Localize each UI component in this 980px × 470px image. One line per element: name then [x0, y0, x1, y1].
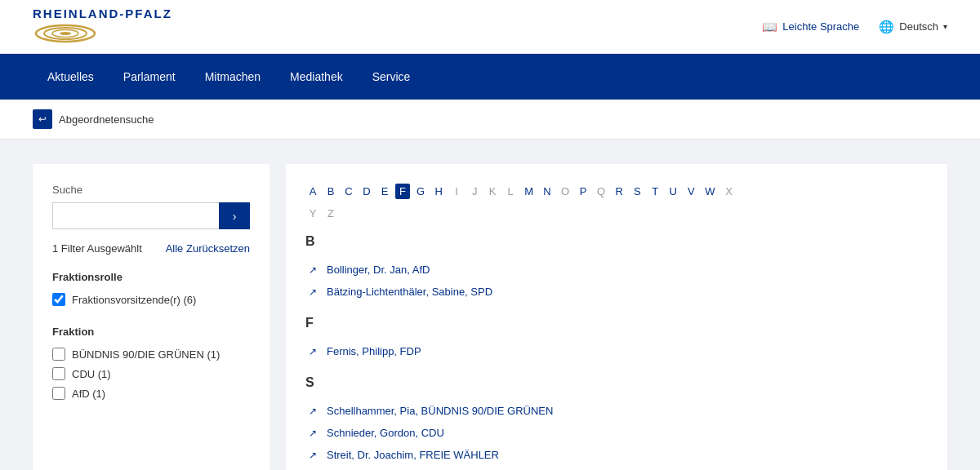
alpha-z[interactable]: Z: [323, 206, 338, 221]
expand-icon[interactable]: ↗: [305, 286, 320, 298]
language-selector[interactable]: 🌐 Deutsch ▾: [879, 20, 947, 34]
result-name[interactable]: Schnieder, Gordon, CDU: [327, 427, 444, 439]
result-name[interactable]: Streit, Dr. Joachim, FREIE WÄHLER: [327, 449, 499, 461]
arrow-right-icon: ›: [233, 210, 237, 223]
breadcrumb-label: Abgeordnetensuche: [59, 113, 154, 126]
alpha-d[interactable]: D: [359, 184, 374, 199]
alpha-g[interactable]: G: [413, 184, 428, 199]
search-row: ›: [52, 202, 250, 229]
alpha-f[interactable]: F: [395, 184, 410, 199]
results-container: B↗Bollinger, Dr. Jan, AfD↗Bätzing-Lichte…: [305, 234, 928, 466]
fraktion-gruene-item: BÜNDNIS 90/DIE GRÜNEN (1): [52, 348, 250, 361]
filter-row: 1 Filter Ausgewählt Alle Zurücksetzen: [52, 242, 250, 255]
leichte-sprache-link[interactable]: 📖 Leichte Sprache: [762, 20, 859, 34]
breadcrumb: ↩ Abgeordnetensuche: [0, 100, 980, 140]
globe-icon: 🌐: [879, 20, 894, 34]
alpha-p[interactable]: P: [576, 184, 590, 199]
fraktion-section: Fraktion BÜNDNIS 90/DIE GRÜNEN (1) CDU (…: [52, 326, 250, 400]
fraktion-gruene-checkbox[interactable]: [52, 348, 65, 361]
alpha-q[interactable]: Q: [594, 184, 608, 199]
nav-parlament[interactable]: Parlament: [109, 54, 190, 100]
alpha-i[interactable]: I: [449, 184, 464, 199]
alpha-r[interactable]: R: [612, 184, 626, 199]
search-label: Suche: [52, 184, 250, 196]
alpha-o[interactable]: O: [558, 184, 572, 199]
alpha-l[interactable]: L: [503, 184, 518, 199]
nav-service[interactable]: Service: [358, 54, 425, 100]
result-letter-s: S: [305, 375, 928, 390]
search-input[interactable]: [52, 202, 219, 229]
alpha-h[interactable]: H: [431, 184, 446, 199]
logo-text: RHEINLAND-PFALZ: [33, 7, 172, 20]
alpha-t[interactable]: T: [648, 184, 662, 199]
alpha-s[interactable]: S: [630, 184, 644, 199]
fraktion-title: Fraktion: [52, 326, 250, 338]
fraktion-afd-checkbox[interactable]: [52, 387, 65, 400]
alpha-j[interactable]: J: [467, 184, 482, 199]
result-name[interactable]: Bollinger, Dr. Jan, AfD: [327, 264, 430, 276]
expand-icon[interactable]: ↗: [305, 428, 320, 439]
result-letter-f: F: [305, 316, 928, 330]
svg-point-3: [60, 32, 71, 35]
list-item: ↗Fernis, Philipp, FDP: [305, 340, 928, 362]
alpha-n[interactable]: N: [540, 184, 555, 199]
alpha-b[interactable]: B: [323, 184, 338, 199]
result-letter-b: B: [305, 234, 928, 249]
fraktion-afd-label[interactable]: AfD (1): [72, 388, 105, 400]
alpha-c[interactable]: C: [341, 184, 356, 199]
alpha-a[interactable]: A: [305, 184, 320, 199]
nav-bar: Aktuelles Parlament Mitmachen Mediathek …: [0, 54, 980, 100]
header-right: 📖 Leichte Sprache 🌐 Deutsch ▾: [762, 20, 947, 34]
expand-icon[interactable]: ↗: [305, 346, 320, 357]
expand-icon[interactable]: ↗: [305, 406, 320, 417]
fraktionsvorsitzende-label[interactable]: Fraktionsvorsitzende(r) (6): [72, 294, 196, 306]
reset-filters-link[interactable]: Alle Zurücksetzen: [166, 242, 250, 255]
alpha-w[interactable]: W: [702, 184, 718, 199]
list-item: ↗Streit, Dr. Joachim, FREIE WÄHLER: [305, 444, 928, 466]
right-panel: ABCDEFGHIJKLMNOPQRSTUVWXYZ B↗Bollinger, …: [286, 164, 947, 470]
alpha-v[interactable]: V: [684, 184, 698, 199]
list-item: ↗Bollinger, Dr. Jan, AfD: [305, 259, 928, 281]
alphabet-row: ABCDEFGHIJKLMNOPQRSTUVWXYZ: [305, 184, 928, 221]
logo-area: RHEINLAND-PFALZ: [33, 7, 172, 47]
leichte-sprache-label: Leichte Sprache: [782, 20, 859, 33]
main-content: Suche › 1 Filter Ausgewählt Alle Zurücks…: [0, 140, 980, 470]
filter-count: 1 Filter Ausgewählt: [52, 242, 142, 255]
fraktion-gruene-label[interactable]: BÜNDNIS 90/DIE GRÜNEN (1): [72, 348, 220, 361]
fraktion-afd-item: AfD (1): [52, 387, 250, 400]
fraktionsrolle-title: Fraktionsrolle: [52, 271, 250, 283]
fraktionsvorsitzende-item: Fraktionsvorsitzende(r) (6): [52, 293, 250, 306]
expand-icon[interactable]: ↗: [305, 450, 320, 461]
breadcrumb-icon: ↩: [33, 109, 52, 129]
chevron-down-icon: ▾: [943, 22, 947, 31]
fraktion-cdu-label[interactable]: CDU (1): [72, 368, 111, 380]
left-panel: Suche › 1 Filter Ausgewählt Alle Zurücks…: [33, 164, 270, 470]
result-name[interactable]: Bätzing-Lichtenthäler, Sabine, SPD: [327, 286, 492, 298]
nav-mitmachen[interactable]: Mitmachen: [190, 54, 275, 100]
alpha-m[interactable]: M: [521, 184, 537, 199]
alpha-u[interactable]: U: [666, 184, 680, 199]
fraktion-cdu-checkbox[interactable]: [52, 367, 65, 380]
alpha-y[interactable]: Y: [305, 206, 320, 221]
back-arrow-icon: ↩: [38, 113, 47, 125]
fraktionsvorsitzende-checkbox[interactable]: [52, 293, 65, 306]
result-name[interactable]: Fernis, Philipp, FDP: [327, 345, 421, 357]
result-name[interactable]: Schellhammer, Pia, BÜNDNIS 90/DIE GRÜNEN: [327, 405, 553, 417]
list-item: ↗Schnieder, Gordon, CDU: [305, 422, 928, 444]
nav-mediathek[interactable]: Mediathek: [275, 54, 358, 100]
list-item: ↗Bätzing-Lichtenthäler, Sabine, SPD: [305, 281, 928, 303]
alpha-e[interactable]: E: [377, 184, 392, 199]
logo-emblem: [33, 20, 98, 47]
book-icon: 📖: [762, 20, 777, 34]
fraktion-cdu-item: CDU (1): [52, 367, 250, 380]
nav-aktuelles[interactable]: Aktuelles: [33, 54, 109, 100]
expand-icon[interactable]: ↗: [305, 264, 320, 276]
header: RHEINLAND-PFALZ 📖 Leichte Sprache 🌐 Deut…: [0, 0, 980, 54]
search-button[interactable]: ›: [219, 202, 250, 229]
fraktionsrolle-section: Fraktionsrolle Fraktionsvorsitzende(r) (…: [52, 271, 250, 306]
list-item: ↗Schellhammer, Pia, BÜNDNIS 90/DIE GRÜNE…: [305, 400, 928, 422]
alpha-k[interactable]: K: [485, 184, 500, 199]
language-label: Deutsch: [899, 20, 938, 33]
alpha-x[interactable]: X: [722, 184, 737, 199]
